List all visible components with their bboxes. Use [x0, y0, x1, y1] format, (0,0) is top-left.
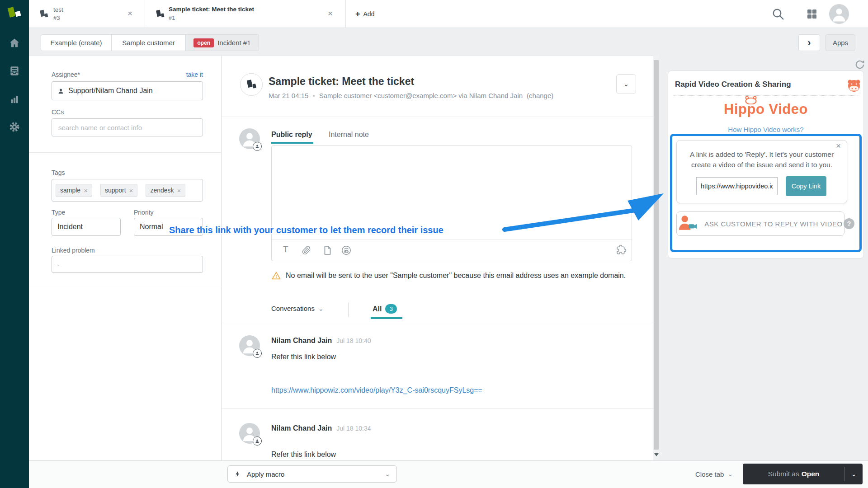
ticket-requester: Sample customer <customer@example.com> v… — [319, 92, 523, 99]
scroll-down-icon[interactable] — [654, 453, 659, 456]
message-author-row: Nilam Chand JainJul 18 10:34 — [271, 424, 371, 432]
how-it-works-link[interactable]: How Hippo Video works? — [668, 126, 864, 133]
home-icon[interactable] — [9, 37, 20, 49]
reporting-icon[interactable] — [9, 93, 20, 105]
divider — [29, 152, 221, 153]
breadcrumb-incident[interactable]: open Incident #1 — [185, 34, 259, 51]
type-label: Type — [52, 209, 65, 216]
change-requester-link[interactable]: (change) — [527, 92, 553, 99]
breadcrumb-example[interactable]: Example (create) — [41, 34, 112, 51]
submit-label[interactable]: Submit as Open — [743, 464, 844, 484]
video-link[interactable]: https://www.hippowiz.com/video/play/Y3z_… — [271, 386, 482, 394]
tags-label: Tags — [52, 169, 65, 176]
all-label: All — [373, 305, 382, 313]
tab-internal-note[interactable]: Internal note — [329, 131, 369, 139]
remove-tag-icon[interactable]: × — [84, 187, 88, 194]
conversations-filter[interactable]: Conversations ⌄ — [271, 305, 324, 312]
tag-label: zendesk — [150, 187, 174, 194]
divider — [348, 303, 349, 317]
breadcrumb-customer[interactable]: Sample customer — [111, 34, 186, 51]
active-tab-underline — [271, 142, 313, 144]
scrollbar[interactable] — [653, 56, 659, 460]
breadcrumb-label: Sample customer — [122, 39, 175, 47]
copy-link-button[interactable]: Copy Link — [786, 176, 826, 196]
close-tab-label: Close tab — [695, 470, 724, 478]
linked-problem-label: Linked problem — [52, 247, 95, 254]
type-value: Incident — [57, 223, 83, 231]
ask-customer-video-button[interactable]: ASK CUSTOMER TO REPLY WITH VIDEO — [676, 211, 844, 236]
remove-tag-icon[interactable]: × — [129, 187, 133, 194]
help-icon[interactable]: ? — [844, 218, 854, 229]
close-tab-icon[interactable]: × — [328, 9, 333, 18]
scrollbar-thumb[interactable] — [654, 60, 659, 450]
ticket-tab-sample[interactable]: Sample ticket: Meet the ticket #1 × — [145, 0, 346, 28]
submit-options-toggle[interactable]: ⌄ — [845, 464, 863, 484]
submit-prefix: Submit as — [768, 470, 799, 478]
submit-status: Open — [802, 470, 820, 478]
zendesk-app: test #3 × Sample ticket: Meet the ticket… — [0, 0, 868, 488]
ccs-field[interactable] — [52, 118, 203, 136]
annotation-arrow — [497, 186, 669, 236]
linked-problem-field[interactable]: - — [52, 256, 203, 273]
plus-icon: + — [355, 10, 360, 18]
message-time: Jul 18 10:40 — [336, 337, 371, 344]
tags-field[interactable]: sample× support× zendesk× — [52, 179, 203, 202]
ticket-icon — [38, 8, 50, 20]
chevron-down-icon: ⌄ — [623, 80, 629, 88]
end-user-badge-icon — [253, 436, 262, 446]
ticket-meta: Mar 21 04:15 • Sample customer <customer… — [269, 92, 553, 99]
search-icon[interactable] — [771, 7, 785, 21]
next-ticket-button[interactable]: › — [798, 34, 820, 51]
apply-macro-select[interactable]: Apply macro ⌄ — [227, 465, 397, 483]
document-icon[interactable] — [322, 245, 333, 256]
apps-toggle-button[interactable]: Apps — [826, 34, 855, 51]
views-icon[interactable] — [9, 65, 20, 77]
filter-all[interactable]: All 3 — [373, 304, 397, 314]
assignee-row: Assignee* take it — [52, 70, 203, 79]
assignee-value: Support/Nilam Chand Jain — [68, 87, 153, 95]
conversations-label: Conversations — [271, 305, 315, 312]
ccs-input[interactable] — [57, 123, 197, 132]
tag-pill[interactable]: support× — [100, 184, 137, 197]
submit-button[interactable]: Submit as Open ⌄ — [743, 464, 863, 484]
video-link-input[interactable] — [696, 177, 778, 195]
type-select[interactable]: Incident — [52, 218, 121, 236]
tag-label: support — [105, 187, 126, 194]
user-avatar[interactable] — [829, 4, 849, 24]
active-filter-underline — [371, 317, 402, 319]
attachment-icon[interactable] — [301, 245, 312, 256]
message-text: Refer this link below — [271, 353, 336, 361]
footer-bar — [29, 460, 868, 488]
ticket-options-button[interactable]: ⌄ — [616, 74, 636, 94]
ask-button-label: ASK CUSTOMER TO REPLY WITH VIDEO — [704, 220, 843, 228]
person-icon — [57, 88, 64, 94]
tab-public-reply[interactable]: Public reply — [271, 131, 312, 139]
refresh-icon[interactable] — [854, 59, 866, 70]
ticket-tab-test[interactable]: test #3 × — [29, 0, 145, 28]
assignee-field[interactable]: Support/Nilam Chand Jain — [52, 81, 203, 100]
hippo-logo-text: Hippo Video — [724, 101, 808, 117]
chevron-down-icon: ⌄ — [385, 470, 390, 478]
divider — [29, 288, 221, 288]
gear-icon[interactable] — [9, 121, 20, 133]
message-author: Nilam Chand Jain — [271, 337, 332, 344]
apps-puzzle-icon[interactable] — [616, 244, 627, 256]
top-bar: test #3 × Sample ticket: Meet the ticket… — [29, 0, 868, 28]
tab-title: test — [53, 6, 63, 14]
zendesk-logo[interactable] — [5, 5, 24, 23]
text-format-icon[interactable]: T — [283, 244, 288, 254]
tag-pill[interactable]: sample× — [56, 184, 92, 197]
app-card-title: Rapid Video Creation & Sharing — [675, 80, 791, 89]
close-tab-toggle[interactable]: Close tab ⌄ — [695, 465, 733, 483]
add-tab-button[interactable]: + Add — [355, 8, 374, 20]
priority-value: Normal — [140, 223, 163, 231]
chevron-right-icon: › — [807, 38, 811, 47]
close-tab-icon[interactable]: × — [127, 9, 132, 18]
remove-tag-icon[interactable]: × — [177, 187, 181, 194]
apps-grid-icon[interactable] — [806, 8, 818, 20]
hippo-video-icon[interactable] — [341, 245, 352, 256]
divider — [222, 117, 653, 117]
tag-pill[interactable]: zendesk× — [146, 184, 185, 197]
tab-number: #3 — [53, 14, 60, 22]
take-it-link[interactable]: take it — [186, 71, 203, 78]
